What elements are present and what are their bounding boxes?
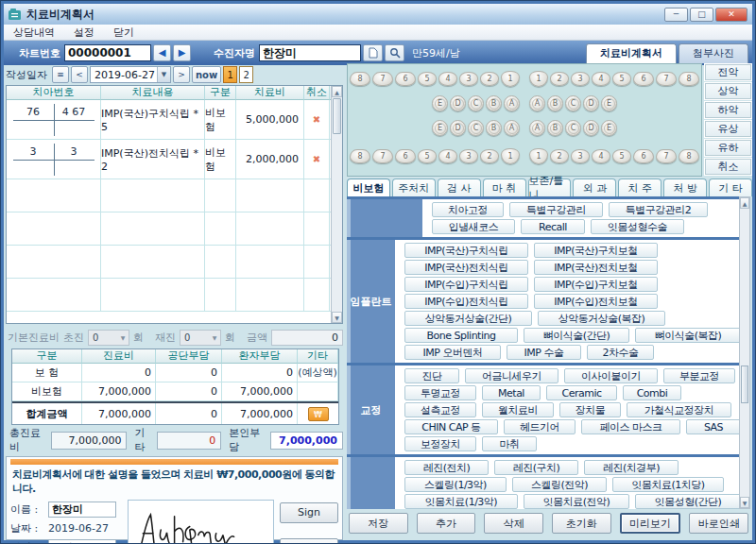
date-next-button[interactable]: > bbox=[173, 66, 190, 83]
scrollbar-thumb[interactable] bbox=[741, 366, 748, 403]
category-tab-4[interactable]: 보존/틀니 bbox=[528, 178, 572, 196]
sign-button[interactable]: Sign bbox=[280, 502, 338, 523]
tooth-4[interactable]: 4 bbox=[592, 149, 610, 163]
treatment-button[interactable]: 페이스 마스크 bbox=[581, 419, 680, 434]
tooth-3[interactable]: 3 bbox=[459, 149, 478, 163]
tooth-5[interactable]: 5 bbox=[418, 72, 437, 86]
treatment-button[interactable]: Combi bbox=[623, 385, 681, 400]
relation-select[interactable]: 본인 ▼ bbox=[48, 539, 116, 544]
date-select[interactable]: 2019-06-27 ▼ bbox=[90, 66, 171, 83]
treatment-button[interactable]: Bone Splinting bbox=[404, 328, 518, 343]
treatment-button[interactable]: IMP(수입)구치보철 bbox=[534, 277, 658, 292]
treatment-button[interactable]: Metal bbox=[482, 385, 541, 400]
tab-treatment-plan[interactable]: 치료비계획서 bbox=[586, 43, 677, 63]
tooth-6[interactable]: 6 bbox=[395, 149, 416, 163]
tooth-primary-B[interactable]: B bbox=[486, 95, 502, 111]
menu-item-2[interactable]: 닫기 bbox=[113, 26, 134, 40]
tooth-6[interactable]: 6 bbox=[633, 72, 654, 86]
scroll-up-icon[interactable]: ▲ bbox=[740, 197, 749, 209]
treatment-button[interactable]: 레진(전치) bbox=[404, 460, 489, 475]
treatment-button[interactable]: CHIN CAP 등 bbox=[404, 419, 498, 434]
search-patient-button[interactable] bbox=[385, 44, 404, 61]
cancel-icon[interactable]: ✖ bbox=[304, 100, 330, 140]
treatment-button[interactable]: 레진(치경부) bbox=[584, 460, 679, 475]
treatment-button[interactable]: 어금니세우기 bbox=[465, 368, 558, 383]
tooth-7[interactable]: 7 bbox=[656, 72, 677, 86]
amount-field[interactable]: 0 bbox=[271, 330, 343, 346]
treatment-button[interactable]: IMP(수입)구치식립 bbox=[404, 277, 528, 292]
tooth-primary-C[interactable]: C bbox=[565, 95, 581, 111]
name-field[interactable]: 한장미 bbox=[48, 502, 116, 518]
tooth-4[interactable]: 4 bbox=[438, 72, 457, 86]
tooth-8[interactable]: 8 bbox=[679, 149, 699, 163]
treatment-button[interactable]: 레진(구치) bbox=[494, 460, 578, 475]
tooth-primary-E[interactable]: E bbox=[601, 95, 617, 111]
tooth-8[interactable]: 8 bbox=[350, 72, 370, 86]
menu-item-0[interactable]: 상담내역 bbox=[13, 26, 55, 40]
tooth-primary-A[interactable]: A bbox=[529, 120, 545, 136]
tooth-1[interactable]: 1 bbox=[501, 71, 520, 87]
treatment-button[interactable]: 월치료비 bbox=[482, 402, 554, 417]
tooth-3[interactable]: 3 bbox=[571, 72, 590, 86]
treatment-button[interactable]: 투명교정 bbox=[404, 385, 476, 400]
treatment-button[interactable]: 설측교정 bbox=[404, 402, 476, 417]
action-button-5[interactable]: 바로인쇄 bbox=[689, 513, 748, 534]
tooth-1[interactable]: 1 bbox=[529, 148, 548, 164]
tooth-primary-D[interactable]: D bbox=[583, 120, 599, 136]
action-button-3[interactable]: 초기화 bbox=[552, 513, 611, 534]
tooth-8[interactable]: 8 bbox=[679, 72, 699, 86]
treatment-button[interactable]: IMP(수입)전치식립 bbox=[404, 294, 528, 309]
minimize-button[interactable]: ─ bbox=[664, 8, 688, 22]
tooth-primary-C[interactable]: C bbox=[468, 120, 484, 136]
close-button[interactable]: ✕ bbox=[715, 8, 747, 22]
tooth-2[interactable]: 2 bbox=[550, 149, 569, 163]
category-tab-8[interactable]: 기 타 bbox=[709, 178, 752, 196]
tooth-2[interactable]: 2 bbox=[550, 72, 569, 86]
treatment-button[interactable]: IMP 오버덴처 bbox=[404, 345, 501, 360]
tooth-6[interactable]: 6 bbox=[633, 149, 654, 163]
category-tab-0[interactable]: 비보험 bbox=[347, 178, 390, 196]
scroll-down-icon[interactable]: ▼ bbox=[332, 312, 342, 323]
tooth-4[interactable]: 4 bbox=[592, 72, 610, 86]
tooth-4[interactable]: 4 bbox=[438, 149, 457, 163]
treatment-button[interactable]: 뼈이식술(간단) bbox=[524, 328, 629, 343]
now-button[interactable]: now bbox=[192, 66, 221, 83]
treatment-button[interactable]: 보정장치 bbox=[404, 436, 476, 451]
treatment-button[interactable]: Ceramic bbox=[546, 385, 617, 400]
tooth-2[interactable]: 2 bbox=[480, 72, 499, 86]
tooth-5[interactable]: 5 bbox=[612, 149, 631, 163]
treatment-table-scrollbar[interactable]: ▲ ▼ bbox=[331, 86, 342, 323]
tooth-primary-C[interactable]: C bbox=[565, 120, 581, 136]
tooth-primary-A[interactable]: A bbox=[504, 95, 520, 111]
page-2-button[interactable]: 2 bbox=[239, 66, 253, 83]
treatment-button[interactable]: 잇몸성형수술 bbox=[591, 219, 684, 234]
treatment-button[interactable]: 상악동거상술(복잡) bbox=[538, 311, 665, 326]
tooth-primary-C[interactable]: C bbox=[468, 95, 484, 111]
scroll-down-icon[interactable]: ▼ bbox=[740, 497, 749, 508]
page-1-button[interactable]: 1 bbox=[223, 66, 237, 83]
tooth-6[interactable]: 6 bbox=[395, 72, 416, 86]
treatment-button[interactable]: 잇몸성형(간단) bbox=[635, 494, 741, 509]
treatment-button[interactable]: Recall bbox=[521, 219, 585, 234]
treatment-button[interactable]: 상악동거상술(간단) bbox=[404, 311, 532, 326]
tooth-primary-B[interactable]: B bbox=[486, 120, 502, 136]
action-button-1[interactable]: 추가 bbox=[417, 513, 476, 534]
tooth-1[interactable]: 1 bbox=[501, 148, 520, 164]
revisit-select[interactable]: 0 ▼ bbox=[180, 330, 221, 346]
tooth-primary-E[interactable]: E bbox=[601, 120, 617, 136]
treatment-button[interactable]: 특별구강관리 bbox=[509, 202, 603, 217]
cancel-icon[interactable]: ✖ bbox=[304, 140, 330, 179]
treatment-button[interactable]: 뼈이식술(복잡) bbox=[635, 328, 741, 343]
category-tab-1[interactable]: 주처치 bbox=[392, 178, 436, 196]
tooth-3[interactable]: 3 bbox=[459, 72, 478, 86]
category-tab-2[interactable]: 검 사 bbox=[438, 178, 481, 196]
treatment-button[interactable]: IMP(국산)전치보철 bbox=[534, 260, 658, 275]
signature-canvas[interactable] bbox=[128, 500, 274, 544]
prev-chart-button[interactable]: ◀ bbox=[153, 44, 171, 61]
action-button-4[interactable]: 미리보기 bbox=[620, 513, 681, 534]
next-chart-button[interactable]: ▶ bbox=[173, 44, 191, 61]
action-button-2[interactable]: 삭제 bbox=[484, 513, 543, 534]
tooth-8[interactable]: 8 bbox=[350, 149, 370, 163]
tooth-primary-A[interactable]: A bbox=[504, 120, 520, 136]
category-tab-5[interactable]: 외 과 bbox=[573, 178, 616, 196]
